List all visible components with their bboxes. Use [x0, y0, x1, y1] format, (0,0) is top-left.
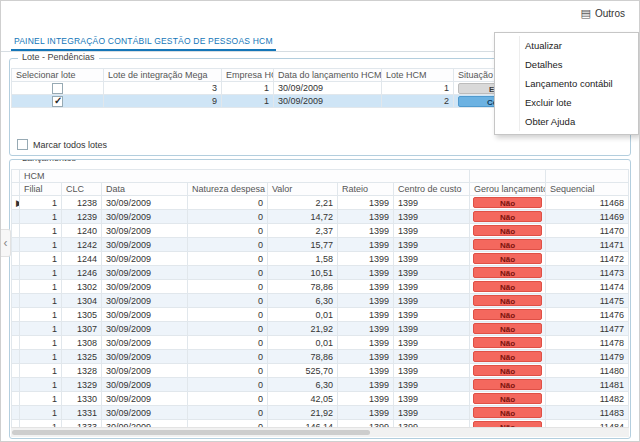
column-header[interactable]: Data do lançamento HCM	[274, 69, 382, 82]
current-row-indicator: ▶	[12, 196, 20, 210]
menu-item-lan-amento-cont-bil[interactable]: Lançamento contábil	[495, 74, 638, 93]
tab-painel-integracao-contabil[interactable]: PAINEL INTEGRAÇÃO CONTÁBIL GESTÃO DE PES…	[11, 29, 276, 51]
cell-gerou-lancamento: Não	[470, 210, 546, 224]
lancamento-row[interactable]: 1132930/09/200906,3013991399Não11481	[12, 378, 629, 392]
cell-centro-custo: 1399	[394, 336, 470, 350]
cell-filial: 1	[20, 280, 62, 294]
lancamento-row[interactable]: 1132530/09/2009078,8613991399Não11479	[12, 350, 629, 364]
cell-data: 30/09/2009	[274, 82, 382, 95]
cell-rateio: 1399	[338, 350, 394, 364]
column-header[interactable]: Natureza despesa	[188, 183, 268, 196]
app-window: ▤ Outros PAINEL INTEGRAÇÃO CONTÁBIL GEST…	[0, 0, 640, 442]
lancamento-row[interactable]: 1132830/09/20090525,7013991399Não11480	[12, 364, 629, 378]
marcar-todos-label: Marcar todos lotes	[33, 140, 107, 150]
cell-valor: 78,86	[268, 350, 338, 364]
lancamento-row[interactable]: 1124030/09/200902,3713991399Não11470	[12, 224, 629, 238]
column-header[interactable]: Filial	[20, 183, 62, 196]
cell-natureza-despesa: 0	[188, 336, 268, 350]
column-header[interactable]: Rateio	[338, 183, 394, 196]
lancamento-row[interactable]: 1130730/09/2009021,9213991399Não11477	[12, 322, 629, 336]
gerou-lancamento-badge: Não	[473, 393, 542, 404]
cell-clc: 1305	[62, 308, 102, 322]
cell-data: 30/09/2009	[102, 196, 188, 210]
lancamento-row[interactable]: 1123930/09/2009014,7213991399Não11469	[12, 210, 629, 224]
hcm-band-header: HCM	[20, 170, 470, 183]
menu-item-obter-ajuda[interactable]: Obter Ajuda	[495, 112, 638, 131]
cell-natureza-despesa: 0	[188, 238, 268, 252]
cell-data: 30/09/2009	[102, 252, 188, 266]
cell-data: 30/09/2009	[102, 224, 188, 238]
outros-menu: AtualizarDetalhesLançamento contábilExcl…	[494, 32, 639, 135]
column-header[interactable]: Gerou lançamento	[470, 183, 546, 196]
cell-centro-custo: 1399	[394, 266, 470, 280]
menu-item-detalhes[interactable]: Detalhes	[495, 55, 638, 74]
current-row-indicator	[12, 392, 20, 406]
lancamento-row[interactable]: 1124430/09/200901,5813991399Não11472	[12, 252, 629, 266]
cell-valor: 6,30	[268, 378, 338, 392]
cell-centro-custo: 1399	[394, 322, 470, 336]
lancamento-row[interactable]: 1133030/09/2009042,0513991399Não11482	[12, 392, 629, 406]
outros-menu-icon: ▤	[581, 8, 591, 19]
gerou-lancamento-badge: Não	[473, 239, 542, 250]
lancamento-row[interactable]: ▶1123830/09/200902,2113991399Não11468	[12, 196, 629, 210]
cell-clc: 1329	[62, 378, 102, 392]
cell-data: 30/09/2009	[102, 364, 188, 378]
current-row-indicator	[12, 322, 20, 336]
lancamento-row[interactable]: 1133130/09/2009021,9213991399Não11483	[12, 406, 629, 420]
current-row-indicator	[12, 266, 20, 280]
outros-button[interactable]: ▤ Outros	[577, 6, 629, 21]
cell-data: 30/09/2009	[102, 336, 188, 350]
cell-natureza-despesa: 0	[188, 364, 268, 378]
cell-centro-custo: 1399	[394, 378, 470, 392]
cell-sequencial: 11482	[546, 392, 629, 406]
horizontal-scrollbar-thumb[interactable]	[12, 430, 370, 435]
lancamento-row[interactable]: 1124230/09/2009015,7713991399Não11471	[12, 238, 629, 252]
cell-valor: 78,86	[268, 280, 338, 294]
cell-rateio: 1399	[338, 196, 394, 210]
column-header[interactable]: Sequencial	[546, 183, 629, 196]
cell-clc: 1331	[62, 406, 102, 420]
cell-valor: 2,37	[268, 224, 338, 238]
cell-sequencial: 11483	[546, 406, 629, 420]
column-header[interactable]: Selecionar lote	[12, 69, 104, 82]
lancamento-row[interactable]: 1124630/09/2009010,5113991399Não11473	[12, 266, 629, 280]
cell-clc: 1304	[62, 294, 102, 308]
cell-sequencial: 11474	[546, 280, 629, 294]
lancamento-row[interactable]: 1130530/09/200900,0113991399Não11476	[12, 308, 629, 322]
cell-centro-custo: 1399	[394, 224, 470, 238]
cell-gerou-lancamento: Não	[470, 322, 546, 336]
column-header[interactable]: Lote de integração Mega	[104, 69, 222, 82]
cell-filial: 1	[20, 378, 62, 392]
cell-centro-custo: 1399	[394, 280, 470, 294]
cell-valor: 15,77	[268, 238, 338, 252]
current-row-indicator	[12, 350, 20, 364]
column-header[interactable]: Centro de custo	[394, 183, 470, 196]
menu-item-atualizar[interactable]: Atualizar	[495, 36, 638, 55]
menu-item-excluir-lote[interactable]: Excluir lote	[495, 93, 638, 112]
lancamentos-group: Lançamentos HCM FilialCLCDataNatureza de…	[9, 159, 631, 439]
column-header[interactable]: Empresa HCM	[222, 69, 274, 82]
collapse-panel-arrow[interactable]: ‹	[1, 229, 11, 257]
cell-rateio: 1399	[338, 252, 394, 266]
cell-data: 30/09/2009	[102, 392, 188, 406]
current-row-indicator	[12, 378, 20, 392]
column-header[interactable]: Valor	[268, 183, 338, 196]
lancamento-row[interactable]: 1130830/09/200900,0113991399Não11478	[12, 336, 629, 350]
lote-checkbox[interactable]	[52, 96, 63, 107]
lancamento-row[interactable]: 1130230/09/2009078,8613991399Não11474	[12, 280, 629, 294]
cell-filial: 1	[20, 350, 62, 364]
outros-label: Outros	[595, 8, 625, 19]
cell-valor: 525,70	[268, 364, 338, 378]
lancamento-row[interactable]: 1130430/09/200906,3013991399Não11475	[12, 294, 629, 308]
column-header[interactable]: Lote HCM	[382, 69, 454, 82]
marcar-todos-lotes[interactable]: Marcar todos lotes	[17, 139, 107, 150]
cell-lote-hcm: 1	[382, 82, 454, 95]
lotes-group-title: Lote - Pendências	[18, 52, 99, 62]
horizontal-scrollbar[interactable]	[11, 427, 629, 437]
lote-checkbox[interactable]	[52, 83, 63, 94]
cell-gerou-lancamento: Não	[470, 266, 546, 280]
cell-clc: 1244	[62, 252, 102, 266]
column-header[interactable]: CLC	[62, 183, 102, 196]
marcar-todos-checkbox[interactable]	[17, 139, 28, 150]
column-header[interactable]: Data	[102, 183, 188, 196]
